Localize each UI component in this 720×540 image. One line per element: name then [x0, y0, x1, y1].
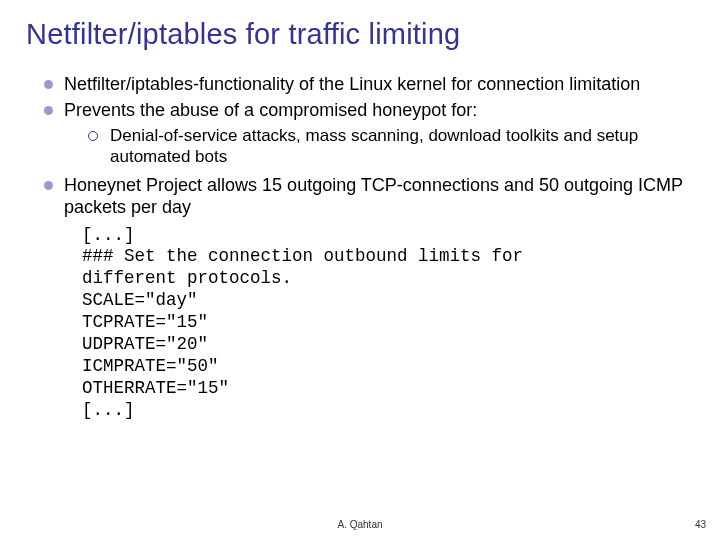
bullet-text: Honeynet Project allows 15 outgoing TCP-… — [64, 175, 683, 218]
slide-title: Netfilter/iptables for traffic limiting — [26, 18, 694, 51]
slide: Netfilter/iptables for traffic limiting … — [0, 0, 720, 421]
footer-author: A. Qahtan — [0, 519, 720, 530]
bullet-item: Prevents the abuse of a compromised hone… — [44, 99, 694, 168]
bullet-list-level2: Denial-of-service attacks, mass scanning… — [88, 125, 694, 168]
code-block: [...] ### Set the connection outbound li… — [82, 225, 694, 422]
bullet-list-level1: Netfilter/iptables-functionality of the … — [44, 73, 694, 219]
bullet-subitem: Denial-of-service attacks, mass scanning… — [88, 125, 694, 168]
bullet-subtext: Denial-of-service attacks, mass scanning… — [110, 126, 638, 166]
bullet-item: Honeynet Project allows 15 outgoing TCP-… — [44, 174, 694, 219]
footer-page-number: 43 — [695, 519, 706, 530]
bullet-text: Prevents the abuse of a compromised hone… — [64, 100, 477, 120]
bullet-item: Netfilter/iptables-functionality of the … — [44, 73, 694, 96]
bullet-text: Netfilter/iptables-functionality of the … — [64, 74, 640, 94]
